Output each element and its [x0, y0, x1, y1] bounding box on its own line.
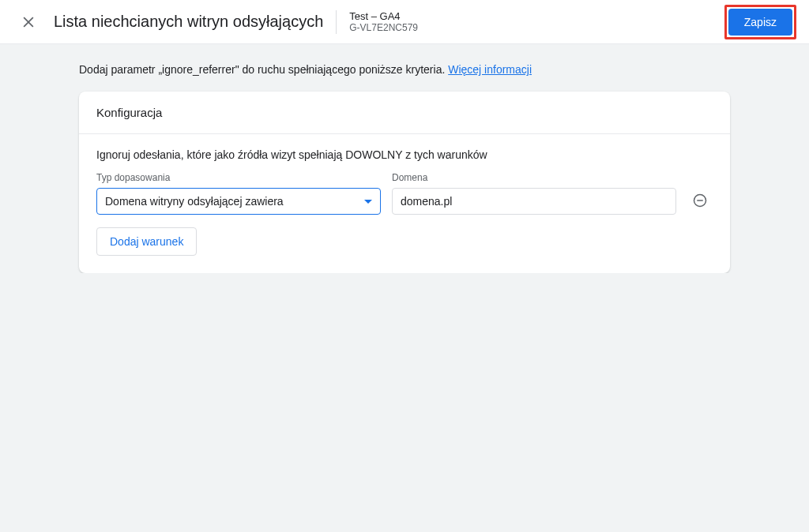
intro-prefix: Dodaj parametr „ignore_referrer" do ruch… [79, 63, 448, 76]
domain-column: Domena [392, 172, 676, 215]
close-button[interactable] [13, 6, 44, 38]
add-condition-button[interactable]: Dodaj warunek [96, 227, 197, 256]
domain-label: Domena [392, 172, 676, 183]
remove-column [687, 172, 713, 212]
match-type-column: Typ dopasowania Domena witryny odsyłając… [96, 172, 381, 215]
page-header: Lista niechcianych witryn odsyłających T… [0, 0, 809, 44]
remove-condition-button[interactable] [689, 189, 711, 212]
content-area: Dodaj parametr „ignore_referrer" do ruch… [0, 44, 809, 273]
domain-input[interactable] [392, 188, 676, 215]
chevron-down-icon [364, 200, 372, 204]
property-id: G-VL7E2NC579 [349, 22, 418, 33]
match-type-value: Domena witryny odsyłającej zawiera [105, 195, 284, 208]
close-icon [21, 14, 36, 30]
card-title: Konfiguracja [79, 92, 730, 134]
match-type-select[interactable]: Domena witryny odsyłającej zawiera [96, 188, 381, 215]
vertical-divider [336, 10, 337, 34]
config-card: Konfiguracja Ignoruj odesłania, które ja… [79, 92, 730, 273]
save-highlight: Zapisz [724, 5, 796, 39]
match-type-label: Typ dopasowania [96, 172, 381, 183]
card-body: Ignoruj odesłania, które jako źródła wiz… [79, 134, 730, 273]
save-button[interactable]: Zapisz [728, 9, 792, 36]
remove-circle-icon [692, 193, 708, 208]
card-subtitle: Ignoruj odesłania, które jako źródła wiz… [96, 148, 713, 161]
page-title: Lista niechcianych witryn odsyłających [54, 13, 323, 31]
intro-text: Dodaj parametr „ignore_referrer" do ruch… [79, 63, 730, 76]
property-name: Test – GA4 [349, 10, 418, 23]
more-info-link[interactable]: Więcej informacji [448, 63, 532, 76]
condition-row: Typ dopasowania Domena witryny odsyłając… [96, 172, 713, 215]
property-info: Test – GA4 G-VL7E2NC579 [349, 10, 418, 34]
